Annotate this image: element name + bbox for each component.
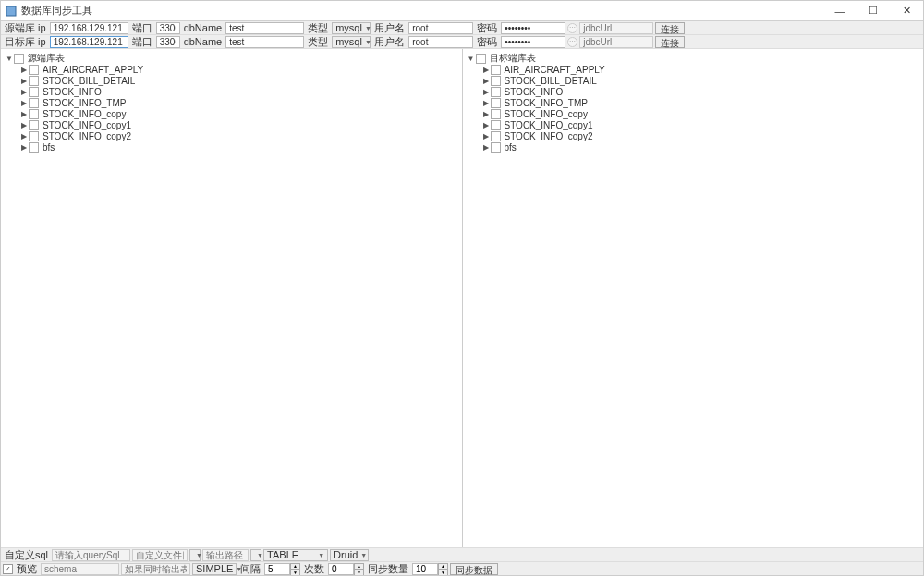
src-ip-input[interactable] [50, 22, 128, 34]
arrow-right-icon: ▶ [19, 66, 29, 74]
tree-checkbox[interactable] [29, 87, 39, 97]
tree-item[interactable]: ▶STOCK_INFO_TMP [481, 97, 920, 108]
customsql-input[interactable] [52, 549, 130, 561]
tgt-port-label: 端口 [130, 35, 154, 49]
table-name: STOCK_INFO_copy2 [505, 131, 593, 141]
tree-item[interactable]: ▶STOCK_INFO_copy1 [19, 119, 458, 130]
minimize-button[interactable]: — [823, 1, 857, 20]
src-jdbc-input[interactable] [579, 22, 653, 34]
table-name: STOCK_INFO_copy [505, 109, 588, 119]
interval-spinner[interactable]: ▲▼ [264, 563, 300, 575]
tree-item[interactable]: ▶STOCK_INFO_TMP [19, 97, 458, 108]
spin-down-icon[interactable]: ▼ [438, 570, 448, 576]
arrow-right-icon: ▶ [19, 143, 29, 152]
svg-rect-0 [6, 6, 16, 16]
mode-table-select[interactable]: TABLE▼ [263, 549, 328, 561]
tree-item[interactable]: ▶STOCK_INFO_copy2 [19, 130, 458, 141]
maximize-button[interactable]: ☐ [857, 1, 890, 20]
addfilter-input[interactable] [121, 563, 190, 575]
tree-item[interactable]: ▶STOCK_BILL_DETAIL [481, 75, 920, 86]
table-name: STOCK_INFO_copy1 [43, 120, 131, 130]
src-pwd-input[interactable] [501, 22, 565, 34]
schema-input[interactable] [41, 563, 119, 575]
src-type-select[interactable]: mysql▼ [332, 22, 371, 34]
tree-item[interactable]: ▶bfs [19, 141, 458, 153]
outpath-dropdown[interactable]: ▼ [250, 549, 261, 561]
tree-checkbox[interactable] [29, 120, 39, 130]
tgt-dbname-label: dbName [182, 36, 225, 47]
src-type-label: 类型 [306, 21, 330, 35]
tree-checkbox[interactable] [491, 109, 501, 119]
app-icon [5, 5, 18, 18]
arrow-right-icon: ▶ [19, 132, 29, 141]
tree-checkbox[interactable] [29, 131, 39, 141]
close-button[interactable]: ✕ [890, 1, 923, 20]
source-tree-panel: ▼源端库表▶AIR_AIRCRAFT_APPLY▶STOCK_BILL_DETA… [1, 49, 463, 547]
tree-item[interactable]: ▶STOCK_INFO [19, 86, 458, 97]
info-icon[interactable]: ⋯ [567, 37, 578, 47]
src-connect-button[interactable]: 连接 [655, 22, 685, 34]
times-spinner[interactable]: ▲▼ [328, 563, 364, 575]
tree-checkbox[interactable] [491, 142, 501, 153]
preview-checkbox[interactable]: ✓ [3, 564, 13, 574]
tgt-pwd-input[interactable] [501, 36, 565, 48]
tree-item[interactable]: ▶STOCK_INFO_copy [481, 108, 920, 119]
tree-checkbox[interactable] [491, 131, 501, 141]
table-name: STOCK_INFO [505, 87, 564, 97]
sync-data-button[interactable]: 同步数据 [450, 563, 498, 575]
sync-count-spinner[interactable]: ▲▼ [412, 563, 448, 575]
tree-checkbox[interactable] [491, 98, 501, 108]
tgt-jdbc-input[interactable] [579, 36, 653, 48]
tree-checkbox[interactable] [29, 98, 39, 108]
pool-select[interactable]: Druid▼ [330, 549, 369, 561]
tree-checkbox[interactable] [491, 76, 501, 86]
tgt-port-input[interactable] [156, 36, 180, 48]
tree-item[interactable]: ▶STOCK_INFO_copy2 [481, 130, 920, 141]
tree-root[interactable]: ▼源端库表 [5, 53, 458, 64]
spin-up-icon[interactable]: ▲ [290, 563, 300, 570]
tree-checkbox[interactable] [29, 109, 39, 119]
spin-down-icon[interactable]: ▼ [354, 570, 364, 576]
tree-item[interactable]: ▶STOCK_INFO [481, 86, 920, 97]
tgt-user-input[interactable] [408, 36, 473, 48]
info-icon[interactable]: ⋯ [567, 23, 578, 33]
simple-select[interactable]: SIMPLE▼ [192, 563, 237, 575]
tree-item[interactable]: ▶bfs [481, 141, 920, 153]
tree-item[interactable]: ▶AIR_AIRCRAFT_APPLY [481, 64, 920, 75]
outpath-input[interactable] [202, 549, 249, 561]
table-name: AIR_AIRCRAFT_APPLY [43, 65, 143, 75]
spin-up-icon[interactable]: ▲ [438, 563, 448, 570]
customfile-dropdown[interactable]: ▼ [189, 549, 201, 561]
arrow-right-icon: ▶ [481, 143, 491, 152]
tgt-type-label: 类型 [306, 35, 330, 49]
tree-item[interactable]: ▶STOCK_BILL_DETAIL [19, 75, 458, 86]
table-name: STOCK_INFO_TMP [43, 98, 126, 108]
tgt-ip-input[interactable] [50, 36, 128, 48]
table-name: STOCK_INFO_TMP [505, 98, 588, 108]
tree-root[interactable]: ▼目标端库表 [467, 53, 920, 64]
src-port-label: 端口 [130, 21, 154, 35]
tree-checkbox[interactable] [491, 120, 501, 130]
tree-checkbox[interactable] [14, 54, 24, 64]
src-port-input[interactable] [156, 22, 180, 34]
table-name: STOCK_INFO_copy2 [43, 131, 131, 141]
tgt-dbname-input[interactable] [225, 36, 304, 48]
tgt-connect-button[interactable]: 连接 [655, 36, 685, 48]
tree-checkbox[interactable] [29, 76, 39, 86]
tree-root-label: 目标端库表 [490, 52, 536, 65]
tree-item[interactable]: ▶AIR_AIRCRAFT_APPLY [19, 64, 458, 75]
tree-checkbox[interactable] [491, 87, 501, 97]
tgt-type-select[interactable]: mysql▼ [332, 36, 371, 48]
spin-up-icon[interactable]: ▲ [354, 563, 364, 570]
tree-item[interactable]: ▶STOCK_INFO_copy1 [481, 119, 920, 130]
tree-checkbox[interactable] [491, 65, 501, 75]
tree-item[interactable]: ▶STOCK_INFO_copy [19, 108, 458, 119]
src-ip-label: 源端库 ip [3, 21, 48, 35]
spin-down-icon[interactable]: ▼ [290, 570, 300, 576]
customfile-input[interactable] [132, 549, 188, 561]
tree-checkbox[interactable] [29, 65, 39, 75]
tree-checkbox[interactable] [476, 54, 486, 64]
tree-checkbox[interactable] [29, 142, 39, 153]
src-user-input[interactable] [408, 22, 473, 34]
src-dbname-input[interactable] [225, 22, 304, 34]
